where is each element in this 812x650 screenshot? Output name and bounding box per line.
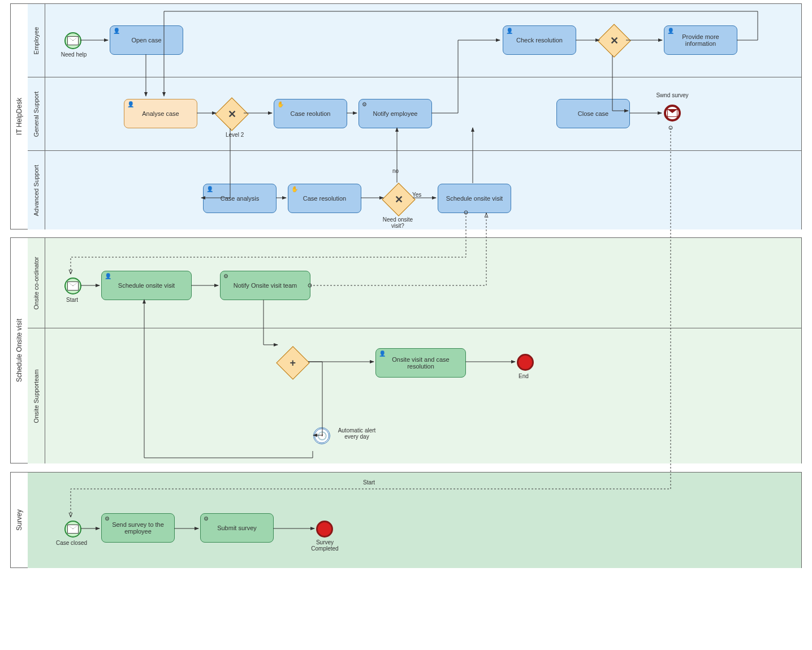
label-survey-completed: Survey Completed <box>309 539 340 552</box>
gear-icon: ⚙ <box>223 273 228 279</box>
pool-title-helpdesk: IT HelpDesk <box>11 4 28 229</box>
lane-advanced-support: Advanced Support 👤Case analysis ✋Case re… <box>28 151 801 229</box>
gear-icon: ⚙ <box>362 101 367 107</box>
label-auto-alert: Automatic alert every day <box>334 427 379 440</box>
task-check-resolution[interactable]: 👤Check resolution <box>503 25 576 55</box>
x-icon: ✕ <box>610 34 619 47</box>
bpmn-diagram: IT HelpDesk Employee Need help 👤Open cas… <box>0 0 812 650</box>
gateway-resolution-check[interactable]: ✕ <box>597 24 630 57</box>
user-icon: 👤 <box>506 28 513 34</box>
gateway-level2[interactable]: ✕ <box>215 97 248 131</box>
message-icon <box>67 36 79 45</box>
pool-it-helpdesk[interactable]: IT HelpDesk Employee Need help 👤Open cas… <box>10 3 802 229</box>
lane-support-team: Onsite Supporteam + 👤Onsite visit and ca… <box>28 328 801 463</box>
task-analyse-case[interactable]: 👤Analyse case <box>124 99 197 128</box>
label-need-onsite: Need onsite visit? <box>379 216 416 229</box>
end-event-onsite[interactable] <box>517 354 534 371</box>
start-event-need-help[interactable] <box>64 32 81 49</box>
gateway-parallel[interactable]: + <box>276 346 309 379</box>
pool-title-survey: Survey <box>11 473 28 567</box>
task-onsite-resolution[interactable]: 👤Onsite visit and case resolution <box>375 348 466 378</box>
task-notify-team[interactable]: ⚙Notify Onsite visit team <box>220 271 310 300</box>
gear-icon: ⚙ <box>105 515 110 522</box>
clock-icon: 🕐 <box>317 431 327 440</box>
end-event-send-survey[interactable] <box>664 105 681 122</box>
message-icon <box>67 281 79 291</box>
x-icon: ✕ <box>228 108 236 120</box>
message-icon <box>667 109 677 117</box>
user-icon: 👤 <box>127 101 134 107</box>
task-schedule-onsite-2[interactable]: 👤Schedule onsite visit <box>101 271 192 300</box>
label-start-2: Start <box>363 479 375 486</box>
task-send-survey[interactable]: ⚙Send survey to the employee <box>101 513 175 543</box>
pool-schedule-onsite[interactable]: Schedule Onsite visit Onsite co-ordinato… <box>10 237 802 463</box>
task-schedule-onsite-1[interactable]: Schedule onsite visit <box>438 184 511 213</box>
task-close-case[interactable]: Close case <box>556 99 630 128</box>
lane-title-coordinator: Onsite co-ordinator <box>28 238 45 328</box>
task-open-case[interactable]: 👤Open case <box>110 25 183 55</box>
lane-coordinator: Onsite co-ordinator Start 👤Schedule onsi… <box>28 238 801 328</box>
lane-employee: Employee Need help 👤Open case 👤Check res… <box>28 4 801 77</box>
start-event-survey[interactable] <box>64 521 81 538</box>
label-no: no <box>392 168 399 174</box>
lane-general-support: General Support 👤Analyse case ✕ Level 2 … <box>28 77 801 151</box>
message-icon <box>67 525 79 534</box>
label-case-closed: Case closed <box>56 540 87 546</box>
lane-title-employee: Employee <box>28 4 45 77</box>
label-send-survey: Swnd survey <box>653 92 692 98</box>
x-icon: ✕ <box>395 193 403 206</box>
lane-survey: Case closed Start ⚙Send survey to the em… <box>28 473 801 568</box>
task-case-resolution-1[interactable]: ✋Case reolution <box>274 99 347 128</box>
task-case-analysis[interactable]: 👤Case analysis <box>203 184 277 213</box>
gateway-need-onsite[interactable]: ✕ <box>382 183 415 216</box>
pool-title-onsite: Schedule Onsite visit <box>11 238 28 463</box>
label-start-1: Start <box>66 297 78 303</box>
task-submit-survey[interactable]: ⚙Submit survey <box>200 513 274 543</box>
task-provide-info[interactable]: 👤Provide more information <box>664 25 737 55</box>
hand-icon: ✋ <box>277 101 284 107</box>
timer-event[interactable]: 🕐 <box>313 427 330 444</box>
user-icon: 👤 <box>667 28 674 34</box>
label-yes: Yes <box>412 192 421 198</box>
lane-title-support-team: Onsite Supporteam <box>28 328 45 463</box>
user-icon: 👤 <box>379 350 386 357</box>
pool-survey[interactable]: Survey Case closed Start ⚙Send survey to… <box>10 472 802 568</box>
user-icon: 👤 <box>105 273 111 279</box>
user-icon: 👤 <box>113 28 120 34</box>
plus-icon: + <box>290 357 296 369</box>
label-end-1: End <box>519 373 529 379</box>
label-need-help: Need help <box>58 51 89 58</box>
start-event-onsite[interactable] <box>64 278 81 294</box>
lane-title-advanced: Advanced Support <box>28 151 45 229</box>
end-event-survey[interactable] <box>316 521 333 538</box>
task-case-resolution-2[interactable]: ✋Case resolution <box>288 184 361 213</box>
label-level2: Level 2 <box>226 132 244 138</box>
user-icon: 👤 <box>206 186 213 192</box>
hand-icon: ✋ <box>291 186 298 192</box>
task-notify-employee[interactable]: ⚙Notify employee <box>359 99 432 128</box>
gear-icon: ⚙ <box>204 515 209 522</box>
lane-title-general: General Support <box>28 77 45 150</box>
